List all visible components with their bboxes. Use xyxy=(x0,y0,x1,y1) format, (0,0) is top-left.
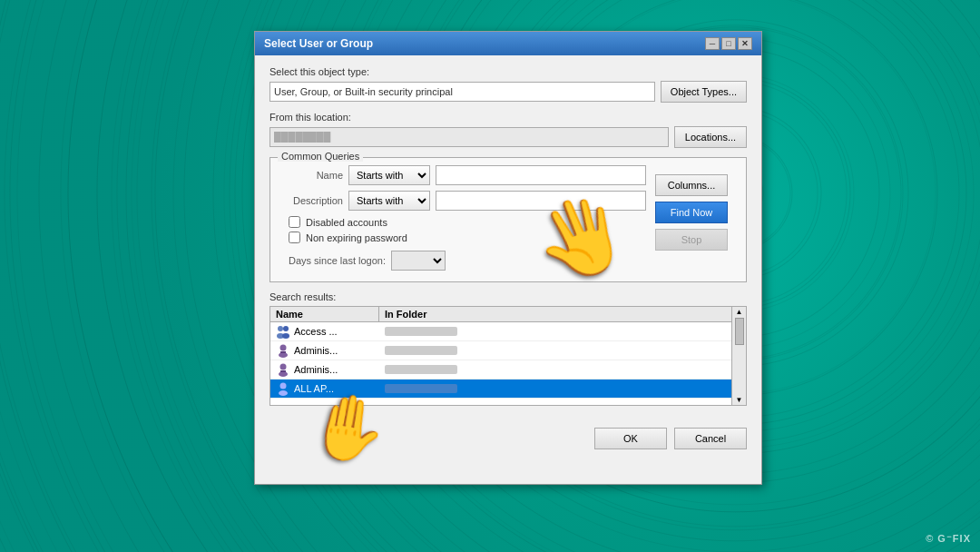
svg-point-1 xyxy=(283,326,289,331)
scroll-up-arrow[interactable]: ▲ xyxy=(736,308,743,316)
name-cell: Adminis... xyxy=(270,360,379,379)
title-bar-buttons: ─ □ ✕ xyxy=(705,37,752,50)
maximize-button[interactable]: □ xyxy=(721,37,736,50)
columns-button[interactable]: Columns... xyxy=(655,174,728,196)
folder-cell xyxy=(379,325,746,338)
col-name-header: Name xyxy=(270,307,379,321)
user-admin-icon xyxy=(276,343,290,358)
non-expiring-checkbox[interactable] xyxy=(289,232,300,243)
cancel-button[interactable]: Cancel xyxy=(674,428,747,449)
folder-cell xyxy=(379,382,746,395)
disabled-accounts-checkbox[interactable] xyxy=(289,216,300,228)
svg-point-11 xyxy=(279,390,288,396)
object-types-button[interactable]: Object Types... xyxy=(661,81,747,103)
scroll-thumb[interactable] xyxy=(735,318,744,345)
svg-point-10 xyxy=(280,383,287,389)
common-queries-group: Common Queries Name Starts with Is exact… xyxy=(270,157,747,282)
scrollbar[interactable]: ▲ ▼ xyxy=(731,307,746,405)
name-query-input[interactable] xyxy=(436,165,646,185)
days-select[interactable]: 30 60 90 xyxy=(391,251,446,271)
object-type-row: Object Types... xyxy=(270,81,747,103)
location-label: From this location: xyxy=(270,112,747,123)
col-folder-header: In Folder xyxy=(379,307,746,321)
table-row[interactable]: Adminis... xyxy=(270,360,746,380)
stop-button[interactable]: Stop xyxy=(655,229,728,251)
user-allap-icon xyxy=(276,381,290,396)
name-condition-select[interactable]: Starts with Is exactly xyxy=(348,165,430,185)
svg-rect-6 xyxy=(280,351,286,353)
disabled-accounts-label: Disabled accounts xyxy=(306,217,387,228)
minimize-button[interactable]: ─ xyxy=(705,37,720,50)
group-box-inner: Name Starts with Is exactly Description xyxy=(279,165,737,271)
name-label: Name xyxy=(279,170,343,181)
hand-cursor-secondary: 🤚 xyxy=(303,384,394,471)
close-button[interactable]: ✕ xyxy=(738,37,752,50)
scroll-down-arrow[interactable]: ▼ xyxy=(736,396,743,404)
svg-point-7 xyxy=(280,364,287,370)
dialog-overlay: Select User or Group ─ □ ✕ Select this o… xyxy=(0,0,980,552)
queries-buttons: Columns... Find Now Stop xyxy=(655,174,728,251)
folder-cell xyxy=(379,344,746,357)
common-queries-legend: Common Queries xyxy=(278,151,363,162)
table-row[interactable]: Adminis... xyxy=(270,341,746,360)
folder-cell xyxy=(379,363,746,376)
svg-point-4 xyxy=(280,345,287,351)
dialog-content: Select this object type: Object Types...… xyxy=(255,55,761,417)
locations-button[interactable]: Locations... xyxy=(674,126,747,148)
name-query-row: Name Starts with Is exactly xyxy=(279,165,646,185)
user-admin-2-icon xyxy=(276,362,290,377)
non-expiring-label: Non expiring password xyxy=(306,232,407,243)
object-type-input[interactable] xyxy=(270,82,655,102)
description-label: Description xyxy=(279,195,343,206)
ok-button[interactable]: OK xyxy=(594,428,667,449)
name-cell: Adminis... xyxy=(270,341,379,360)
svg-point-0 xyxy=(278,326,283,331)
dialog-title-bar: Select User or Group ─ □ ✕ xyxy=(255,32,761,55)
location-input[interactable] xyxy=(270,127,669,147)
name-cell: Access ... xyxy=(270,322,379,340)
svg-rect-9 xyxy=(280,370,286,372)
table-row[interactable]: Access ... xyxy=(270,322,746,341)
find-now-button[interactable]: Find Now xyxy=(655,202,728,223)
location-row: Locations... xyxy=(270,126,747,148)
object-type-label: Select this object type: xyxy=(270,66,747,77)
dialog-title: Select User or Group xyxy=(264,37,373,50)
days-label: Days since last logon: xyxy=(289,255,386,266)
results-header: Name In Folder xyxy=(270,307,746,322)
search-results-label: Search results: xyxy=(270,291,747,302)
description-condition-select[interactable]: Starts with Is exactly xyxy=(348,191,430,211)
svg-point-3 xyxy=(282,333,289,339)
user-group-icon xyxy=(276,324,290,339)
